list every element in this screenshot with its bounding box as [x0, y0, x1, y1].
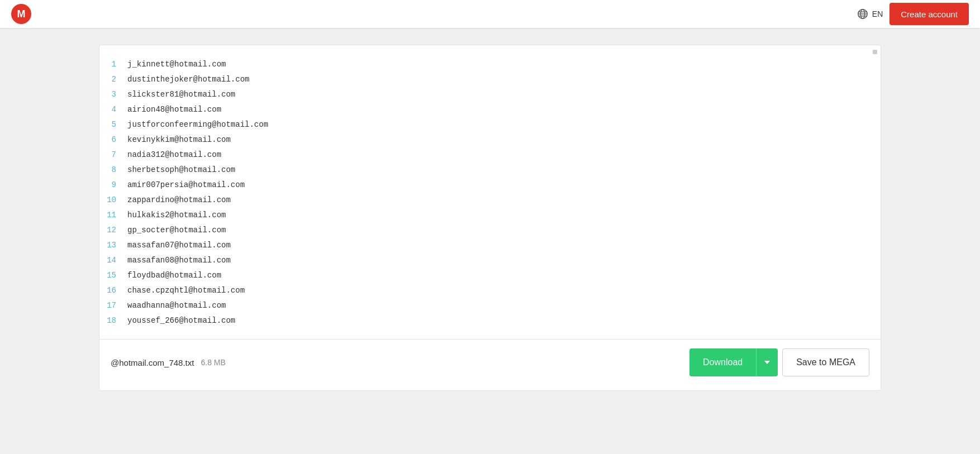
line-content: sherbetsoph@hotmail.com — [127, 165, 235, 174]
file-line: 1j_kinnett@hotmail.com — [99, 56, 881, 71]
download-button[interactable]: Download — [689, 348, 756, 376]
line-content: waadhanna@hotmail.com — [127, 301, 226, 310]
line-content: nadia312@hotmail.com — [127, 150, 221, 159]
file-viewer-container: 1j_kinnett@hotmail.com2dustinthejoker@ho… — [99, 45, 881, 391]
line-number: 1 — [99, 60, 127, 69]
main-content: 1j_kinnett@hotmail.com2dustinthejoker@ho… — [0, 28, 980, 454]
file-line: 8sherbetsoph@hotmail.com — [99, 162, 881, 177]
line-number: 3 — [99, 90, 127, 99]
line-number: 17 — [99, 301, 127, 310]
file-name: @hotmail.com_748.txt — [111, 358, 194, 367]
file-line: 13massafan07@hotmail.com — [99, 237, 881, 252]
line-content: justforconfeerming@hotmail.com — [127, 120, 268, 129]
line-content: massafan08@hotmail.com — [127, 256, 231, 265]
line-number: 13 — [99, 241, 127, 250]
file-line: 4airion48@hotmail.com — [99, 102, 881, 117]
language-code: EN — [872, 9, 883, 18]
line-number: 14 — [99, 256, 127, 265]
line-number: 7 — [99, 150, 127, 159]
file-line: 7nadia312@hotmail.com — [99, 147, 881, 162]
language-selector[interactable]: EN — [857, 8, 883, 20]
line-number: 5 — [99, 120, 127, 129]
create-account-button[interactable]: Create account — [889, 3, 969, 25]
line-content: hulkakis2@hotmail.com — [127, 211, 226, 219]
line-number: 10 — [99, 195, 127, 204]
file-content: 1j_kinnett@hotmail.com2dustinthejoker@ho… — [99, 45, 881, 339]
line-content: zappardino@hotmail.com — [127, 195, 231, 204]
line-content: kevinykkim@hotmail.com — [127, 135, 231, 144]
header-right: EN Create account — [857, 3, 969, 25]
line-content: amir007persia@hotmail.com — [127, 180, 245, 189]
globe-icon — [857, 8, 869, 20]
mega-logo-text: M — [17, 9, 26, 19]
file-line: 18youssef_266@hotmail.com — [99, 313, 881, 328]
line-content: j_kinnett@hotmail.com — [127, 60, 226, 69]
mega-logo[interactable]: M — [11, 4, 31, 24]
line-content: airion48@hotmail.com — [127, 105, 221, 114]
file-line: 5justforconfeerming@hotmail.com — [99, 117, 881, 132]
line-number: 16 — [99, 286, 127, 295]
file-line: 12gp_socter@hotmail.com — [99, 222, 881, 237]
file-line: 16chase.cpzqhtl@hotmail.com — [99, 283, 881, 298]
line-number: 18 — [99, 316, 127, 325]
action-buttons: Download Save to MEGA — [689, 348, 869, 376]
line-number: 4 — [99, 105, 127, 114]
file-line: 15floydbad@hotmail.com — [99, 267, 881, 283]
line-content: floydbad@hotmail.com — [127, 271, 221, 280]
file-line: 2dustinthejoker@hotmail.com — [99, 71, 881, 87]
line-content: slickster81@hotmail.com — [127, 90, 235, 99]
header-left: M — [11, 4, 31, 24]
line-number: 12 — [99, 226, 127, 235]
file-line: 3slickster81@hotmail.com — [99, 87, 881, 102]
file-line: 11hulkakis2@hotmail.com — [99, 207, 881, 222]
save-to-mega-button[interactable]: Save to MEGA — [782, 348, 869, 376]
download-dropdown-button[interactable] — [756, 348, 778, 376]
file-line: 14massafan08@hotmail.com — [99, 252, 881, 267]
line-number: 8 — [99, 165, 127, 174]
header: M EN Create account — [0, 0, 980, 28]
line-number: 9 — [99, 180, 127, 189]
file-line: 6kevinykkim@hotmail.com — [99, 132, 881, 147]
line-content: youssef_266@hotmail.com — [127, 316, 235, 325]
line-number: 11 — [99, 211, 127, 219]
file-line: 17waadhanna@hotmail.com — [99, 298, 881, 313]
file-line: 9amir007persia@hotmail.com — [99, 177, 881, 192]
line-number: 2 — [99, 75, 127, 84]
line-content: gp_socter@hotmail.com — [127, 226, 226, 235]
chevron-down-icon — [764, 361, 770, 364]
line-content: chase.cpzqhtl@hotmail.com — [127, 286, 245, 295]
line-number: 6 — [99, 135, 127, 144]
file-size: 6.8 MB — [201, 358, 225, 367]
line-number: 15 — [99, 271, 127, 280]
file-info: @hotmail.com_748.txt 6.8 MB — [111, 358, 226, 367]
file-line: 10zappardino@hotmail.com — [99, 192, 881, 207]
bottom-bar: @hotmail.com_748.txt 6.8 MB Download Sav… — [99, 339, 881, 385]
line-content: dustinthejoker@hotmail.com — [127, 75, 249, 84]
line-content: massafan07@hotmail.com — [127, 241, 231, 250]
